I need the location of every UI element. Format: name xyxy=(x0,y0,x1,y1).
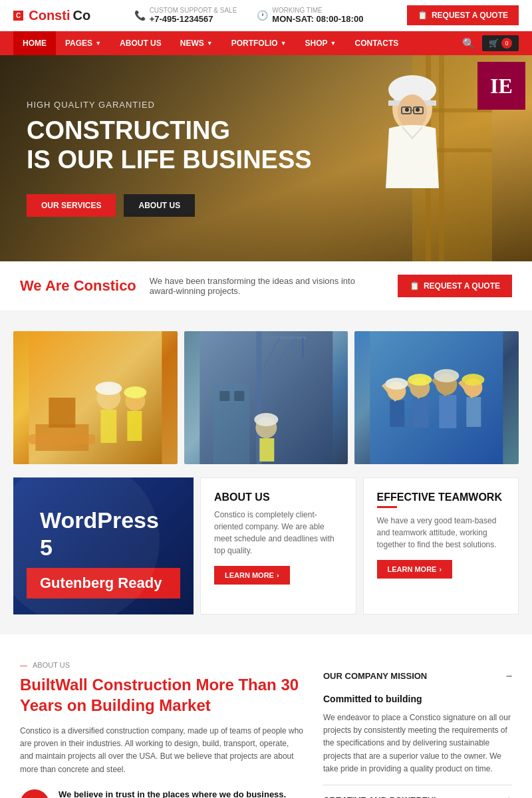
trust-title: We believe in trust in the places where … xyxy=(59,789,303,798)
nav-contacts[interactable]: CONTACTS xyxy=(346,31,408,55)
about-us-hero-button[interactable]: ABOUT US xyxy=(124,194,195,217)
hero-subtitle: HIGH QUALITY GARANTIED xyxy=(27,100,312,110)
our-services-button[interactable]: OUR SERVICES xyxy=(27,194,116,217)
svg-rect-36 xyxy=(370,331,503,464)
svg-point-37 xyxy=(388,382,406,400)
cart-badge: 0 xyxy=(501,38,512,49)
elementor-badge: IE xyxy=(477,62,525,110)
about-description: Constico is a diversified construction c… xyxy=(20,725,303,776)
svg-point-9 xyxy=(405,108,409,112)
svg-rect-25 xyxy=(256,331,261,464)
teamwork-arrow-icon: › xyxy=(439,565,442,573)
support-phone: +7-495-1234567 xyxy=(150,14,237,24)
svg-point-41 xyxy=(436,374,458,395)
nav-pages[interactable]: PAGES ▼ xyxy=(56,31,110,55)
accordion-mission-body: Committed to building We endeavor to pla… xyxy=(323,692,512,785)
hero-title: CONSTRUCTING IS OUR LIFE BUSINESS xyxy=(27,116,312,174)
svg-point-10 xyxy=(416,108,420,112)
working-label: WORKING TIME xyxy=(272,7,363,14)
svg-line-45 xyxy=(384,384,397,400)
svg-point-52 xyxy=(462,374,485,386)
cart-button[interactable]: 🛒 0 xyxy=(482,35,519,51)
nav-about-us[interactable]: ABOUT US xyxy=(110,31,171,55)
top-request-quote-button[interactable]: 📋 REQUEST A QUOTE xyxy=(407,5,519,25)
svg-rect-35 xyxy=(234,391,244,401)
svg-line-28 xyxy=(261,338,296,384)
svg-rect-24 xyxy=(200,331,332,464)
we-are-section: We Are Constico We have been transformin… xyxy=(0,261,532,311)
svg-line-27 xyxy=(261,338,279,371)
about-learn-more-button[interactable]: LEARN MORE › xyxy=(214,566,290,585)
gallery-row xyxy=(13,331,519,464)
gallery-section: WordPress 5 Gutenberg Ready ABOUT US Con… xyxy=(0,311,532,634)
trust-text: We believe in trust in the places where … xyxy=(59,789,303,798)
svg-point-32 xyxy=(254,413,278,426)
support-label: CUSTOM SUPPORT & SALE xyxy=(150,7,237,14)
svg-point-39 xyxy=(410,378,430,398)
creative-header-label: CREATIVE AND POWERFUL xyxy=(323,795,439,798)
svg-point-43 xyxy=(464,378,483,397)
logo[interactable]: C ConstiCo xyxy=(13,8,90,23)
svg-rect-42 xyxy=(440,395,457,428)
svg-line-46 xyxy=(407,381,420,398)
trust-icon: ⚖ xyxy=(20,789,49,798)
about-us-card: ABOUT US Constico is completely client-o… xyxy=(200,477,356,614)
about-right: OUR COMPANY MISSION − Committed to build… xyxy=(323,661,512,798)
working-info: 🕐 WORKING TIME MON-SAT: 08:00-18:00 xyxy=(257,7,363,24)
we-are-request-quote-button[interactable]: 📋 REQUEST A QUOTE xyxy=(398,275,512,297)
accordion-mission: OUR COMPANY MISSION − Committed to build… xyxy=(323,661,512,785)
about-left: ABOUT US BuiltWall Construction More Tha… xyxy=(20,661,303,798)
cards-row: WordPress 5 Gutenberg Ready ABOUT US Con… xyxy=(13,477,519,614)
teamwork-learn-more-button[interactable]: LEARN MORE › xyxy=(377,560,453,579)
svg-rect-33 xyxy=(213,384,249,464)
nav-portfolio[interactable]: PORTFOLIO ▼ xyxy=(222,31,296,55)
clock-icon: 🕐 xyxy=(257,10,268,21)
svg-rect-2 xyxy=(439,55,444,261)
accordion-plus-1-icon: + xyxy=(506,795,512,798)
support-info: 📞 CUSTOM SUPPORT & SALE +7-495-1234567 xyxy=(134,7,237,24)
we-are-description: We have been transforming the ideas and … xyxy=(150,276,376,296)
svg-line-48 xyxy=(460,382,473,397)
mission-open-title: Committed to building xyxy=(323,692,512,706)
teamwork-red-line xyxy=(377,506,397,508)
quote-icon: 📋 xyxy=(410,281,420,291)
we-are-left: We Are Constico We have been transformin… xyxy=(20,276,376,296)
teamwork-card: EFFECTIVE TEAMWORK We have a very good t… xyxy=(363,477,519,614)
svg-rect-15 xyxy=(35,424,88,451)
request-quote-icon: 📋 xyxy=(418,11,428,20)
svg-point-30 xyxy=(255,417,277,438)
svg-rect-40 xyxy=(413,398,429,428)
about-us-card-title: ABOUT US xyxy=(214,491,342,503)
logo-text-red: Consti xyxy=(29,8,70,23)
svg-point-18 xyxy=(96,386,120,410)
svg-line-47 xyxy=(434,379,447,395)
nav-home[interactable]: HOME xyxy=(13,31,56,55)
about-section: ABOUT US BuiltWall Construction More Tha… xyxy=(0,634,532,798)
logo-text-dark: Co xyxy=(72,8,90,23)
top-info: 📞 CUSTOM SUPPORT & SALE +7-495-1234567 🕐… xyxy=(134,7,364,24)
svg-rect-16 xyxy=(49,398,75,428)
accordion-minus-icon: − xyxy=(506,670,512,682)
gallery-image-1 xyxy=(13,331,178,464)
nav-items: HOME PAGES ▼ ABOUT US NEWS ▼ PORTFOLIO ▼… xyxy=(13,31,408,55)
mission-open-desc: We endeavor to place a Constico signatur… xyxy=(323,712,512,775)
news-caret-icon: ▼ xyxy=(207,40,213,47)
teamwork-title: EFFECTIVE TEAMWORK xyxy=(377,491,505,503)
search-icon[interactable]: 🔍 xyxy=(462,37,475,50)
nav-shop[interactable]: SHOP ▼ xyxy=(296,31,346,55)
cart-icon: 🛒 xyxy=(489,39,499,48)
svg-point-49 xyxy=(386,378,408,390)
accordion-mission-header[interactable]: OUR COMPANY MISSION − xyxy=(323,661,512,692)
svg-rect-21 xyxy=(127,411,142,441)
hero-buttons: OUR SERVICES ABOUT US xyxy=(27,194,312,217)
about-us-card-desc: Constico is completely client-oriented c… xyxy=(214,509,342,557)
svg-point-50 xyxy=(408,374,432,386)
svg-rect-31 xyxy=(259,438,274,462)
top-bar: C ConstiCo 📞 CUSTOM SUPPORT & SALE +7-49… xyxy=(0,0,532,31)
accordion-creative-header[interactable]: CREATIVE AND POWERFUL + xyxy=(323,785,512,798)
svg-rect-17 xyxy=(29,434,95,444)
svg-rect-38 xyxy=(390,400,405,427)
svg-point-20 xyxy=(125,391,145,411)
nav-news[interactable]: NEWS ▼ xyxy=(171,31,222,55)
main-nav: HOME PAGES ▼ ABOUT US NEWS ▼ PORTFOLIO ▼… xyxy=(0,31,532,55)
